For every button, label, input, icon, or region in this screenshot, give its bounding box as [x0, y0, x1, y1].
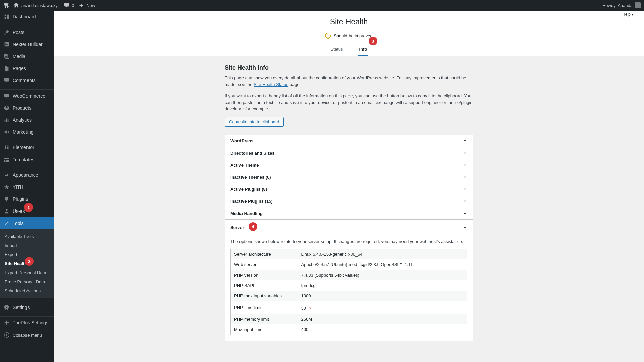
comments-link[interactable]: 0: [64, 2, 74, 8]
server-table: Server architectureLinux 5.4.0-153-gener…: [230, 249, 467, 335]
accordion-server-header[interactable]: Server 4: [225, 220, 473, 235]
howdy-label: Howdy, Ananda: [602, 3, 633, 8]
site-name-label: ananda.instawp.xyz: [21, 3, 60, 8]
section-title: Site Health Info: [225, 64, 473, 71]
sidebar-item-dashboard[interactable]: Dashboard: [0, 11, 54, 23]
sidebar-item-marketing[interactable]: Marketing: [0, 126, 54, 138]
sub-import[interactable]: Import: [0, 241, 54, 250]
copy-site-info-button[interactable]: Copy site info to clipboard: [225, 117, 284, 127]
sidebar-item-appearance[interactable]: Appearance: [0, 169, 54, 181]
avatar: [635, 2, 641, 8]
sidebar-item-comments[interactable]: Comments: [0, 74, 54, 86]
sidebar-label: Dashboard: [13, 14, 36, 19]
table-cell-value: 7.4.33 (Supports 64bit values): [298, 270, 467, 280]
wp-logo[interactable]: [3, 2, 9, 8]
sidebar-item-woocommerce[interactable]: WooCommerce: [0, 90, 54, 102]
sidebar-label: Appearance: [13, 172, 38, 178]
wordpress-icon: [3, 2, 9, 8]
sidebar-item-products[interactable]: Products: [0, 102, 54, 114]
admin-top-bar: ananda.instawp.xyz 0 New Howdy, Ananda: [0, 0, 644, 11]
chevron-down-icon: [463, 138, 467, 143]
chevron-down-icon: [463, 211, 467, 216]
sidebar-item-analytics[interactable]: Analytics: [0, 114, 54, 126]
table-cell-value: 30 ←: [298, 301, 467, 314]
sub-export-personal[interactable]: Export Personal Data: [0, 268, 54, 277]
table-cell-value: 400: [298, 324, 467, 335]
table-cell-key: PHP max input variables: [231, 291, 298, 301]
page-icon: [3, 65, 10, 72]
table-cell-key: PHP time limit: [231, 301, 298, 314]
pin-icon: [3, 29, 10, 36]
accordion-inactive-themes[interactable]: Inactive Themes (6): [225, 171, 473, 183]
accordion-media-handling[interactable]: Media Handling: [225, 207, 473, 220]
accordion-active-theme[interactable]: Active Theme: [225, 159, 473, 171]
tab-status[interactable]: Status: [329, 43, 344, 56]
table-cell-value: fpm-fcgi: [298, 280, 467, 291]
chevron-up-icon: [463, 225, 467, 230]
accordion-server: Server 4 The options shown below relate …: [225, 220, 473, 341]
desc-paragraph-1: This page can show you every detail abou…: [225, 75, 473, 88]
tab-info[interactable]: Info 3: [358, 43, 369, 56]
new-content-link[interactable]: New: [78, 2, 95, 8]
page-title: Site Health: [54, 17, 644, 26]
media-icon: [3, 53, 10, 60]
sidebar-item-pages[interactable]: Pages: [0, 62, 54, 74]
appearance-icon: [3, 172, 10, 178]
new-label: New: [86, 3, 95, 8]
sidebar-label: Products: [13, 105, 31, 111]
chevron-down-icon: [463, 150, 467, 155]
svg-point-0: [4, 333, 9, 337]
sub-available-tools[interactable]: Available Tools: [0, 232, 54, 241]
accordion-wordpress[interactable]: WordPress: [225, 135, 473, 147]
accordion-label: Media Handling: [230, 211, 263, 216]
table-row: PHP SAPIfpm-fcgi: [231, 280, 467, 291]
sidebar-item-templates[interactable]: Templates: [0, 154, 54, 166]
health-status-text: Should be improved: [334, 33, 373, 38]
sidebar-item-collapse[interactable]: Collapse menu: [0, 329, 54, 341]
analytics-icon: [3, 117, 10, 123]
sidebar-label: Nexter Builder: [13, 42, 43, 47]
sidebar-item-theplus[interactable]: ThePlus Settings: [0, 317, 54, 329]
health-status: Should be improved: [54, 33, 644, 39]
comments-count: 0: [72, 3, 74, 8]
sidebar-item-settings[interactable]: Settings: [0, 301, 54, 313]
accordion-inactive-plugins[interactable]: Inactive Plugins (15): [225, 195, 473, 207]
accordion-active-plugins[interactable]: Active Plugins (8): [225, 183, 473, 195]
sidebar-item-yith[interactable]: YITH: [0, 181, 54, 193]
accordion-directories[interactable]: Directories and Sizes: [225, 147, 473, 159]
help-tab[interactable]: Help ▾: [619, 11, 637, 18]
sidebar-item-posts[interactable]: Posts: [0, 26, 54, 38]
sub-site-health[interactable]: Site Health 2: [0, 259, 54, 268]
table-row: PHP time limit30 ←: [231, 301, 467, 314]
sub-erase-personal[interactable]: Erase Personal Data: [0, 277, 54, 286]
accordion-server-body: The options shown below relate to your s…: [225, 235, 473, 341]
accordion-label: Inactive Themes (6): [230, 175, 271, 180]
annotation-badge-1: 1: [24, 203, 33, 212]
theplus-icon: [3, 319, 10, 326]
annotation-arrow: ←: [307, 304, 317, 311]
accordion-label: Inactive Plugins (15): [230, 199, 273, 204]
page-header: Site Health Should be improved Status In…: [54, 11, 644, 56]
accordion-label: Active Theme: [230, 163, 259, 168]
site-health-status-link[interactable]: Site Health Status: [254, 82, 288, 87]
sidebar-label: WooCommerce: [13, 93, 45, 99]
sidebar-item-media[interactable]: Media: [0, 50, 54, 62]
sidebar-item-tools[interactable]: Tools: [0, 217, 54, 229]
home-icon: [13, 2, 19, 8]
sidebar-item-elementor[interactable]: Elementor: [0, 141, 54, 154]
site-name-link[interactable]: ananda.instawp.xyz: [13, 2, 60, 8]
sidebar-label: Templates: [13, 157, 34, 162]
product-icon: [3, 105, 10, 111]
sidebar-item-nexter[interactable]: Nexter Builder: [0, 38, 54, 50]
comment-icon: [3, 77, 10, 84]
admin-sidebar: Dashboard Posts Nexter Builder Media Pag…: [0, 11, 54, 362]
desc-paragraph-2: If you want to export a handy list of al…: [225, 93, 473, 112]
sub-scheduled-actions[interactable]: Scheduled Actions: [0, 286, 54, 295]
sidebar-label: YITH: [13, 184, 23, 190]
table-cell-key: Max input time: [231, 324, 298, 335]
user-greeting[interactable]: Howdy, Ananda: [602, 2, 641, 8]
elementor-icon: [3, 144, 10, 151]
server-description: The options shown below relate to your s…: [230, 239, 467, 244]
sidebar-item-users[interactable]: Users 1: [0, 205, 54, 217]
health-circle-icon: [324, 32, 332, 40]
